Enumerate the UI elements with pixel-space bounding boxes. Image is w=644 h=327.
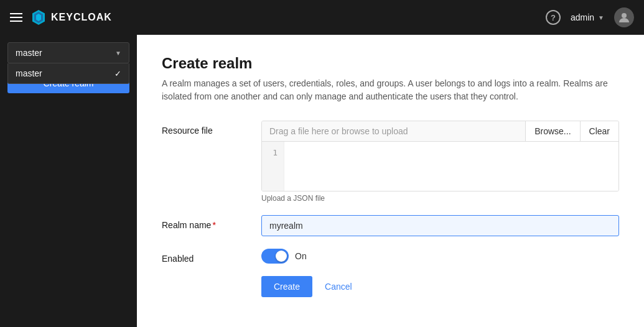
sidebar: master ▼ master ✓ Create realm bbox=[0, 35, 137, 327]
user-avatar[interactable] bbox=[614, 7, 634, 27]
file-editor-area: 1 bbox=[262, 141, 618, 191]
realm-name-input[interactable] bbox=[261, 215, 619, 236]
page-description: A realm manages a set of users, credenti… bbox=[162, 77, 619, 103]
resource-file-control: Drag a file here or browse to upload Bro… bbox=[261, 121, 619, 203]
upload-hint: Upload a JSON file bbox=[261, 194, 619, 203]
file-upload-actions: Browse... Clear bbox=[525, 121, 618, 141]
logo-text: KEYCLOAK bbox=[51, 12, 112, 23]
realm-selector: master ▼ master ✓ bbox=[7, 42, 129, 63]
svg-point-3 bbox=[622, 13, 627, 18]
main-content: Create realm A realm manages a set of us… bbox=[137, 35, 644, 327]
realm-check-icon: ✓ bbox=[114, 69, 121, 78]
realm-name-label: Realm name* bbox=[162, 215, 249, 230]
clear-button[interactable]: Clear bbox=[580, 121, 618, 141]
admin-label: admin bbox=[571, 12, 594, 22]
toggle-row: On bbox=[261, 249, 619, 264]
realm-dropdown: master ✓ bbox=[7, 63, 129, 84]
file-upload-top: Drag a file here or browse to upload Bro… bbox=[262, 121, 618, 141]
line-numbers: 1 bbox=[262, 142, 284, 191]
help-button[interactable]: ? bbox=[546, 10, 561, 25]
realm-name-control bbox=[261, 215, 619, 236]
line-number-1: 1 bbox=[268, 147, 278, 160]
keycloak-logo-icon bbox=[30, 9, 47, 26]
avatar-icon bbox=[618, 12, 630, 23]
page-title: Create realm bbox=[162, 55, 619, 72]
resource-file-label: Resource file bbox=[162, 121, 249, 136]
realm-select-chevron-icon: ▼ bbox=[115, 50, 121, 57]
toggle-knob bbox=[276, 251, 287, 262]
realm-select-label: master bbox=[16, 48, 42, 58]
create-button[interactable]: Create bbox=[261, 276, 312, 297]
enabled-label: Enabled bbox=[162, 249, 249, 264]
enabled-control: On bbox=[261, 249, 619, 264]
realm-select-button[interactable]: master ▼ bbox=[7, 42, 129, 63]
resource-file-row: Resource file Drag a file here or browse… bbox=[162, 121, 619, 203]
toggle-state-label: On bbox=[295, 251, 307, 261]
form-actions: Create Cancel bbox=[261, 276, 619, 297]
realm-option-master[interactable]: master ✓ bbox=[8, 63, 129, 83]
browse-button[interactable]: Browse... bbox=[525, 121, 579, 141]
logo: KEYCLOAK bbox=[30, 9, 112, 26]
hamburger-menu[interactable] bbox=[10, 13, 22, 22]
topnav-right: ? admin ▼ bbox=[546, 7, 634, 27]
enabled-row: Enabled On bbox=[162, 249, 619, 264]
admin-chevron-icon: ▼ bbox=[598, 14, 604, 21]
file-editor-content[interactable] bbox=[284, 142, 618, 191]
file-upload-area: Drag a file here or browse to upload Bro… bbox=[261, 121, 619, 191]
topnav: KEYCLOAK ? admin ▼ bbox=[0, 0, 644, 35]
main-layout: master ▼ master ✓ Create realm Create re… bbox=[0, 35, 644, 327]
file-upload-placeholder: Drag a file here or browse to upload bbox=[262, 121, 525, 141]
realm-option-label: master bbox=[16, 68, 42, 78]
admin-dropdown[interactable]: admin ▼ bbox=[571, 12, 604, 22]
svg-marker-2 bbox=[36, 14, 41, 21]
realm-name-row: Realm name* bbox=[162, 215, 619, 236]
cancel-button[interactable]: Cancel bbox=[322, 276, 355, 297]
enabled-toggle[interactable] bbox=[261, 249, 289, 264]
required-indicator: * bbox=[212, 220, 215, 230]
